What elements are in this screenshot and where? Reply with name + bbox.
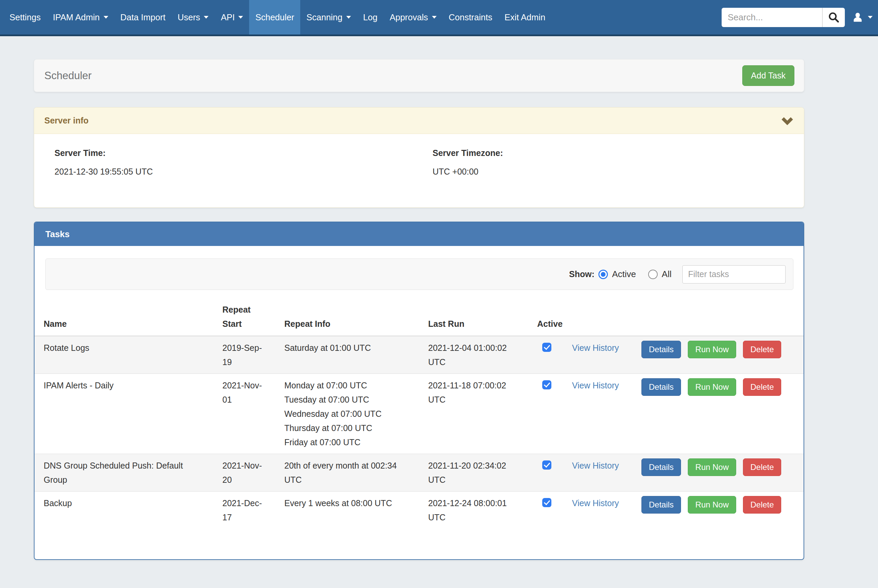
task-repeat-start: 2021-Dec-17 [222, 492, 284, 529]
task-repeat-info: 20th of every month at 002:34 UTC [284, 454, 428, 492]
task-actions-cell: Details Run Now Delete [641, 374, 803, 454]
server-info-title: Server info [44, 116, 89, 126]
tasks-title: Tasks [45, 229, 70, 240]
user-icon [852, 11, 864, 24]
task-active-cell [537, 492, 572, 529]
add-task-button[interactable]: Add Task [742, 65, 794, 86]
server-info-body: Server Time: 2021-12-30 19:55:05 UTC Ser… [34, 134, 804, 207]
task-last-run: 2021-12-24 08:00:01 UTC [428, 492, 537, 529]
task-history-cell: View History [572, 336, 641, 374]
table-row: DNS Group Scheduled Push: Default Group … [35, 454, 803, 492]
task-actions-cell: Details Run Now Delete [641, 492, 803, 529]
run-now-button[interactable]: Run Now [688, 496, 736, 514]
server-timezone-value: UTC +00:00 [432, 167, 503, 177]
task-repeat-start: 2021-Nov-01 [222, 374, 284, 454]
task-history-cell: View History [572, 374, 641, 454]
user-menu[interactable] [852, 11, 873, 24]
server-info-panel: Server info Server Time: 2021-12-30 19:5… [34, 107, 804, 208]
delete-button[interactable]: Delete [743, 496, 781, 514]
view-history-link[interactable]: View History [572, 498, 619, 508]
delete-button[interactable]: Delete [743, 458, 781, 476]
details-button[interactable]: Details [641, 341, 681, 358]
task-last-run: 2021-12-04 01:00:02 UTC [428, 336, 537, 374]
task-repeat-start: 2019-Sep-19 [222, 336, 284, 374]
filter-tasks-input[interactable] [682, 265, 786, 284]
tasks-panel-body: Show: Active All Name Repeat Start Repea… [35, 258, 803, 559]
nav-item-exit-admin[interactable]: Exit Admin [498, 0, 551, 34]
run-now-button[interactable]: Run Now [688, 378, 736, 396]
show-active-radio[interactable] [599, 270, 608, 279]
show-active-label[interactable]: Active [612, 269, 636, 279]
col-header-history [572, 299, 641, 336]
active-checkbox[interactable] [542, 498, 551, 507]
view-history-link[interactable]: View History [572, 381, 619, 390]
task-history-cell: View History [572, 454, 641, 492]
col-header-last-run: Last Run [428, 299, 537, 336]
details-button[interactable]: Details [641, 496, 681, 514]
view-history-link[interactable]: View History [572, 461, 619, 470]
nav-item-constraints[interactable]: Constraints [443, 0, 498, 34]
task-repeat-start: 2021-Nov-20 [222, 454, 284, 492]
details-button[interactable]: Details [641, 378, 681, 396]
task-repeat-info: Saturday at 01:00 UTC [284, 336, 428, 374]
run-now-button[interactable]: Run Now [688, 341, 736, 358]
server-time-group: Server Time: 2021-12-30 19:55:05 UTC [34, 148, 432, 207]
view-history-link[interactable]: View History [572, 343, 619, 352]
chevron-down-icon [204, 16, 209, 19]
chevron-down-icon [104, 16, 108, 19]
server-time-label: Server Time: [54, 148, 432, 158]
task-repeat-info: Every 1 weeks at 08:00 UTC [284, 492, 428, 529]
active-checkbox[interactable] [542, 343, 551, 352]
repeat-info-line: Every 1 weeks at 08:00 UTC [284, 496, 410, 510]
task-active-cell [537, 336, 572, 374]
task-name: Rotate Logs [35, 336, 222, 374]
task-active-cell [537, 454, 572, 492]
task-last-run: 2021-11-18 07:00:02 UTC [428, 374, 537, 454]
search-icon [827, 11, 840, 24]
delete-button[interactable]: Delete [743, 378, 781, 396]
repeat-info-line: Tuesday at 07:00 UTC [284, 393, 410, 406]
collapse-toggle[interactable] [781, 116, 794, 126]
show-all-radio[interactable] [648, 270, 657, 279]
task-actions-cell: Details Run Now Delete [641, 336, 803, 374]
nav-item-log[interactable]: Log [357, 0, 384, 34]
chevron-down-icon [238, 16, 243, 19]
tasks-panel: Tasks Show: Active All Name Repe [34, 222, 804, 560]
server-info-header[interactable]: Server info [34, 108, 804, 134]
search-button[interactable] [822, 8, 845, 27]
col-header-repeat-info: Repeat Info [284, 299, 428, 336]
chevron-down-icon [432, 16, 437, 19]
server-time-value: 2021-12-30 19:55:05 UTC [54, 167, 432, 177]
navbar-right [722, 0, 878, 34]
nav-item-approvals[interactable]: Approvals [383, 0, 443, 34]
task-name: DNS Group Scheduled Push: Default Group [35, 454, 222, 492]
task-name: IPAM Alerts - Daily [35, 374, 222, 454]
show-label: Show: [569, 269, 594, 279]
nav-item-data-import[interactable]: Data Import [114, 0, 172, 34]
task-history-cell: View History [572, 492, 641, 529]
repeat-info-line: Friday at 07:00 UTC [284, 435, 410, 449]
nav-item-scheduler[interactable]: Scheduler [249, 0, 300, 34]
show-all-label[interactable]: All [662, 269, 671, 279]
task-active-cell [537, 374, 572, 454]
tasks-panel-header: Tasks [35, 222, 803, 246]
table-row: IPAM Alerts - Daily 2021-Nov-01 Monday a… [35, 374, 803, 454]
run-now-button[interactable]: Run Now [688, 458, 736, 476]
user-caret-icon [868, 16, 873, 19]
search-input[interactable] [722, 8, 822, 27]
repeat-info-line: 20th of every month at 002:34 UTC [284, 458, 410, 487]
active-checkbox[interactable] [542, 460, 551, 470]
search-group [722, 8, 845, 27]
nav-item-ipam-admin[interactable]: IPAM Admin [47, 0, 114, 34]
nav-items: Settings IPAM Admin Data Import Users AP… [3, 0, 551, 34]
details-button[interactable]: Details [641, 458, 681, 476]
server-timezone-label: Server Timezone: [432, 148, 503, 158]
nav-item-scanning[interactable]: Scanning [300, 0, 357, 34]
nav-item-settings[interactable]: Settings [3, 0, 47, 34]
delete-button[interactable]: Delete [743, 341, 781, 358]
nav-item-users[interactable]: Users [172, 0, 215, 34]
task-last-run: 2021-11-20 02:34:02 UTC [428, 454, 537, 492]
task-name: Backup [35, 492, 222, 529]
active-checkbox[interactable] [542, 380, 551, 389]
nav-item-api[interactable]: API [215, 0, 249, 34]
